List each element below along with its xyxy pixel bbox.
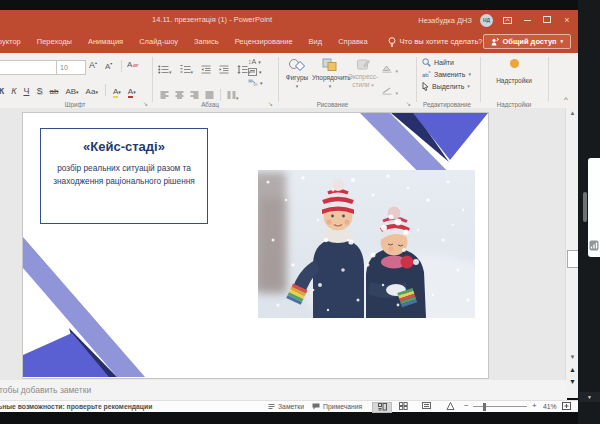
shape-fill-button[interactable]: ▾ — [382, 59, 398, 77]
account-name[interactable]: Незабудка ДНЗ — [418, 16, 472, 25]
quick-styles-icon — [356, 58, 371, 71]
change-case-button[interactable]: Аа▾ — [86, 87, 98, 96]
overlay-dropdown[interactable]: ▼ — [579, 392, 600, 402]
fit-slide-to-window-button[interactable] — [562, 402, 571, 410]
tab-recording[interactable]: Запись — [186, 30, 227, 53]
zoom-percentage[interactable]: 41% — [543, 403, 557, 410]
window-title: 14.11. презентація (1) - PowerPoint — [152, 10, 272, 30]
tab-view[interactable]: Вид — [301, 30, 331, 53]
right-overlay-panel: ▼ — [578, 0, 600, 424]
drawing-dialog-launcher[interactable]: ↘ — [406, 100, 411, 107]
group-label-addins: Надстройки — [486, 101, 542, 108]
zoom-slider-track[interactable] — [473, 406, 527, 407]
tab-animations[interactable]: Анимация — [80, 30, 131, 53]
replace-icon: ab — [422, 70, 431, 78]
align-center-button[interactable] — [175, 86, 184, 104]
select-cursor-icon — [422, 82, 429, 91]
tab-slideshow[interactable]: Слайд-шоу — [131, 30, 186, 53]
clear-formatting-button[interactable]: А — [127, 60, 138, 69]
bold-button[interactable]: Ж — [0, 86, 4, 96]
arrange-icon — [322, 58, 338, 72]
group-label-drawing: Рисование — [305, 101, 360, 108]
font-color-button[interactable]: А▾ — [128, 87, 136, 96]
increase-indent-button[interactable] — [219, 60, 229, 78]
underline-button[interactable]: Ч — [23, 86, 29, 96]
grow-font-button[interactable]: А▴ — [89, 60, 97, 70]
shrink-font-button[interactable]: А▾ — [105, 61, 112, 71]
paragraph-dialog-launcher[interactable]: ↘ — [268, 100, 273, 107]
search-icon — [422, 58, 431, 67]
align-left-button[interactable] — [160, 86, 169, 104]
share-label: Общий доступ — [503, 37, 557, 46]
close-button[interactable]: × — [561, 10, 573, 30]
bullet-list-button[interactable]: ▾ — [158, 60, 172, 78]
overlay-card[interactable] — [588, 158, 600, 257]
numbered-list-button[interactable]: ▾ — [180, 60, 194, 78]
zoom-out-button[interactable]: − — [464, 401, 469, 410]
comments-icon — [312, 403, 320, 410]
notes-pane[interactable]: тобы добавить заметки — [0, 380, 567, 400]
font-name-combobox[interactable] — [0, 60, 57, 75]
group-label-paragraph: Абзац — [185, 101, 235, 108]
slide-photo[interactable] — [258, 170, 475, 318]
notes-toggle[interactable]: Заметки — [268, 403, 304, 410]
font-size-combobox[interactable]: 10 — [56, 60, 86, 75]
ribbon: 10 А▴ А▾ А Ж К Ч S ab АВ▾ Аа▾ А▾ А▾ Шриф… — [0, 53, 578, 109]
text-direction-button[interactable]: ↕А ▾ — [248, 58, 262, 65]
quick-styles-button[interactable]: Экспресс-стили ▾ — [348, 58, 378, 89]
slide-title: «Кейс-стаді» — [41, 139, 207, 154]
slide-canvas[interactable]: «Кейс-стаді» розбір реальних ситуацій ра… — [0, 108, 565, 380]
tab-review[interactable]: Рецензирование — [227, 30, 301, 53]
slide-text-box[interactable]: «Кейс-стаді» розбір реальних ситуацій ра… — [40, 128, 208, 224]
chevron-down-icon: ▾ — [561, 39, 564, 44]
collapse-ribbon-button[interactable]: ^ — [564, 95, 568, 104]
text-shadow-button[interactable]: S — [36, 86, 42, 96]
chart-app-icon — [589, 240, 599, 251]
character-spacing-button[interactable]: АВ▾ — [65, 87, 78, 96]
tell-me-label: Что вы хотите сделать? — [400, 37, 483, 46]
shapes-button[interactable]: Фигуры▾ — [282, 58, 312, 90]
zoom-in-button[interactable]: + — [532, 401, 537, 410]
addins-button[interactable]: Надстройки — [486, 58, 542, 85]
decrease-indent-button[interactable] — [201, 60, 211, 78]
convert-to-smartart-button[interactable]: ▾ — [248, 79, 262, 87]
font-dialog-launcher[interactable]: ↘ — [143, 100, 148, 107]
replace-button[interactable]: ab Заменить▾ — [422, 70, 471, 78]
vertical-scrollbar[interactable]: ▲ ▼ ▲ ▼ — [565, 108, 579, 398]
comments-toggle[interactable]: Примечания — [312, 403, 362, 410]
svg-text:ab: ab — [422, 72, 429, 78]
find-button[interactable]: Найти — [422, 58, 454, 67]
notes-icon — [268, 403, 275, 410]
highlight-color-button[interactable]: А▾ — [113, 87, 121, 96]
tab-help[interactable]: Справка — [330, 30, 375, 53]
ribbon-tab-row: Конструктор Переходы Анимация Слайд-шоу … — [0, 30, 578, 53]
tell-me-box[interactable]: Что вы хотите сделать? — [388, 37, 483, 47]
tab-transitions[interactable]: Переходы — [29, 30, 80, 53]
minimize-button[interactable] — [521, 10, 533, 30]
slide[interactable]: «Кейс-стаді» розбір реальних ситуацій ра… — [23, 113, 488, 378]
slide-sorter-view-button[interactable] — [394, 402, 412, 411]
align-text-button[interactable]: ▾ — [248, 68, 262, 76]
group-label-font: Шрифт — [40, 101, 110, 108]
overlay-scrollbar-thumb[interactable] — [583, 192, 587, 222]
notes-placeholder: тобы добавить заметки — [0, 385, 91, 395]
shape-outline-button[interactable]: ▾ — [382, 81, 398, 99]
accessibility-status[interactable]: ьные возможности: проверьте рекомендации — [0, 403, 152, 410]
tab-design[interactable]: Конструктор — [0, 30, 29, 53]
title-bar: 14.11. презентація (1) - PowerPoint Неза… — [0, 10, 578, 30]
group-label-editing: Редактирование — [414, 101, 480, 108]
avatar[interactable]: НД — [480, 14, 493, 27]
ribbon-display-options-icon[interactable] — [501, 10, 513, 30]
slideshow-view-button[interactable] — [441, 402, 459, 411]
reading-view-button[interactable] — [417, 402, 435, 411]
addins-icon — [510, 59, 519, 68]
strikethrough-button[interactable]: ab — [49, 87, 58, 96]
share-button[interactable]: Общий доступ ▾ — [483, 34, 572, 49]
italic-button[interactable]: К — [11, 86, 16, 96]
zoom-slider-thumb[interactable] — [483, 403, 486, 411]
select-button[interactable]: Выделить▾ — [422, 82, 470, 91]
share-icon — [491, 38, 499, 46]
arrange-button[interactable]: Упорядочить▾ — [312, 58, 348, 90]
restore-button[interactable] — [541, 10, 553, 30]
normal-view-button[interactable] — [372, 402, 392, 413]
